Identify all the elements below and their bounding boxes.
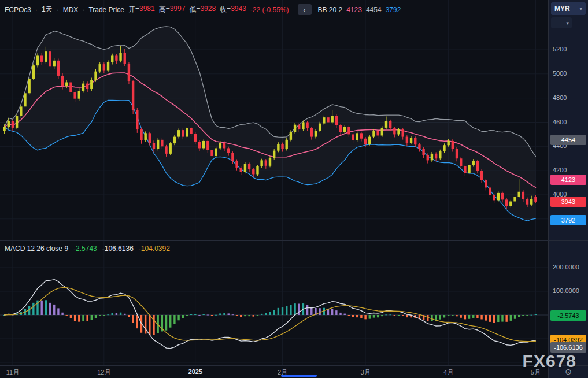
- price-axis-panel[interactable]: MYR ▾ ▾ ⊙ 520050004800460044004200400038…: [548, 0, 588, 378]
- macd-hist-value: -2.5743: [73, 244, 97, 253]
- price-badge: 4454: [550, 135, 586, 145]
- fx678-watermark: FX678: [523, 351, 576, 371]
- chevron-down-icon: ▾: [579, 6, 582, 12]
- pane-separator[interactable]: [0, 240, 588, 241]
- ohlc-label: 收=: [220, 5, 231, 14]
- ohlc-item: 高=3997: [159, 5, 186, 14]
- macd-badge: -2.5743: [550, 310, 586, 321]
- macd-tick-label: 200.0000: [549, 264, 588, 270]
- ohlc-values: 开=3981高=3997低=3928收=3943: [128, 5, 246, 14]
- time-axis-label: 2025: [188, 368, 202, 375]
- exchange-label: MDX: [63, 6, 79, 14]
- price-tick-label: 4800: [549, 94, 588, 101]
- scale-mode-dropdown[interactable]: ▾: [551, 17, 572, 28]
- currency-dropdown[interactable]: MYR ▾: [551, 2, 586, 15]
- chevron-down-icon: ▾: [566, 20, 569, 26]
- main-legend: FCPOc3 · 1天 · MDX · Trade Price 开=3981高=…: [5, 4, 401, 15]
- trading-chart-app: FCPOc3 · 1天 · MDX · Trade Price 开=3981高=…: [0, 0, 588, 378]
- ohlc-value: 3943: [231, 5, 246, 14]
- time-axis-label: 12月: [97, 368, 110, 377]
- time-axis-separator: [0, 365, 588, 366]
- macd-signal-value: -104.0392: [139, 244, 170, 253]
- horizontal-scrollbar[interactable]: [281, 375, 317, 377]
- macd-badge: -106.6136: [550, 342, 586, 353]
- macd-legend: MACD 12 26 close 9 -2.5743 -106.6136 -10…: [5, 244, 170, 253]
- bb-basis-value: 4123: [346, 6, 362, 14]
- macd-indicator-title: MACD 12 26 close 9: [5, 244, 68, 253]
- symbol-name: FCPOc3: [5, 6, 31, 14]
- currency-value: MYR: [554, 5, 570, 13]
- bb-indicator-title: BB 20 2: [318, 6, 343, 14]
- interval-label: 1天: [42, 5, 53, 14]
- price-tick-label: 4600: [549, 118, 588, 125]
- price-tick-label: 5000: [549, 70, 588, 77]
- main-price-pane[interactable]: [0, 0, 548, 240]
- bb-upper-value: 4454: [366, 6, 382, 14]
- legend-collapse-button[interactable]: ‹: [298, 4, 312, 15]
- price-badge: 4123: [550, 175, 586, 185]
- series-type-label: Trade Price: [88, 6, 124, 14]
- price-badge: 3943: [550, 197, 586, 207]
- change-value: -22 (-0.55%): [250, 6, 289, 14]
- ohlc-item: 低=3928: [189, 5, 216, 14]
- macd-tick-label: 100.0000: [549, 287, 588, 294]
- bb-lower-value: 3792: [386, 6, 401, 14]
- ohlc-value: 3997: [170, 5, 186, 14]
- ohlc-value: 3928: [200, 5, 216, 14]
- ohlc-label: 低=: [189, 5, 200, 14]
- time-axis-label: 3月: [361, 368, 371, 377]
- price-tick-label: 5200: [549, 46, 588, 53]
- price-tick-label: 4200: [549, 166, 588, 173]
- macd-pane[interactable]: [0, 240, 548, 365]
- macd-line-value: -106.6136: [102, 244, 134, 253]
- ohlc-label: 开=: [128, 5, 139, 14]
- time-axis-label: 4月: [443, 368, 453, 377]
- ohlc-value: 3981: [139, 5, 155, 14]
- time-axis-label: 11月: [6, 368, 19, 377]
- ohlc-item: 收=3943: [220, 5, 246, 14]
- price-badge: 3792: [550, 215, 586, 225]
- time-axis[interactable]: 11月12月20252月3月4月5月: [0, 365, 548, 378]
- ohlc-label: 高=: [159, 5, 170, 14]
- ohlc-item: 开=3981: [128, 5, 155, 14]
